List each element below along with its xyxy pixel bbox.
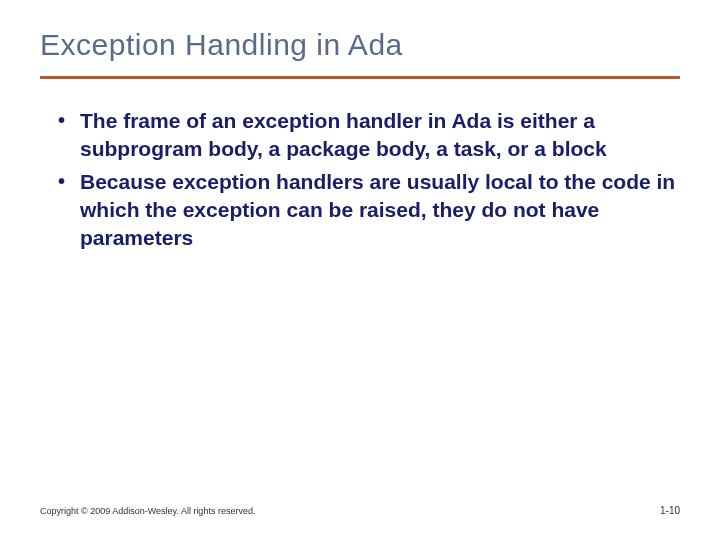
bullet-list: The frame of an exception handler in Ada… <box>40 107 680 253</box>
slide-container: Exception Handling in Ada The frame of a… <box>0 0 720 540</box>
bullet-item: The frame of an exception handler in Ada… <box>54 107 680 164</box>
page-number: 1-10 <box>660 505 680 516</box>
title-divider <box>40 76 680 79</box>
slide-title: Exception Handling in Ada <box>40 28 680 62</box>
bullet-item: Because exception handlers are usually l… <box>54 168 680 253</box>
slide-footer: Copyright © 2009 Addison-Wesley. All rig… <box>40 505 680 516</box>
copyright-text: Copyright © 2009 Addison-Wesley. All rig… <box>40 506 255 516</box>
